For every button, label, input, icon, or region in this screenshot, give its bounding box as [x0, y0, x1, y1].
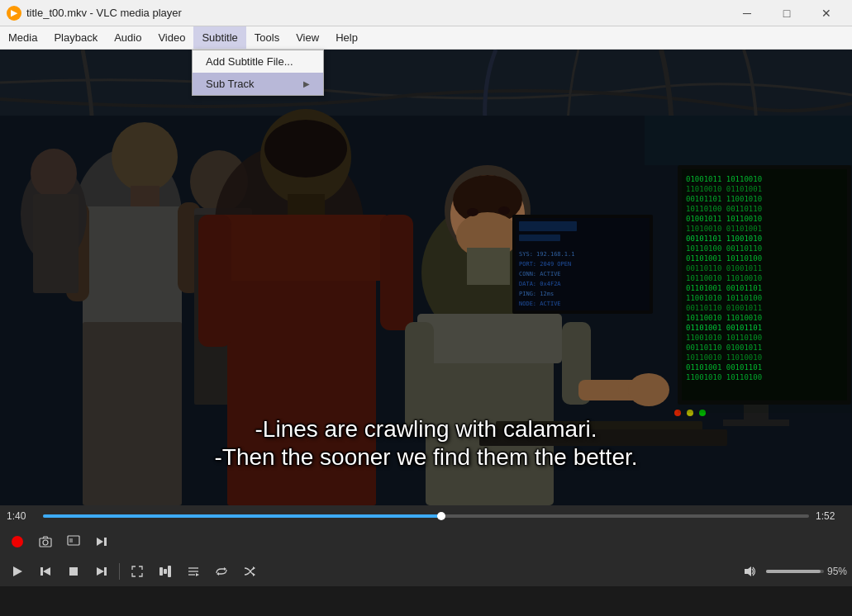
svg-rect-81	[678, 165, 852, 413]
bars-icon	[159, 565, 172, 578]
svg-rect-92	[104, 567, 107, 576]
loop-button[interactable]	[209, 561, 234, 582]
svg-marker-90	[43, 567, 50, 576]
svg-point-29	[467, 208, 478, 216]
frame-advance-icon	[95, 535, 108, 548]
menu-help[interactable]: Help	[327, 26, 366, 49]
svg-point-83	[43, 540, 48, 545]
svg-point-18	[264, 120, 347, 178]
svg-text:PING: 12ms: PING: 12ms	[519, 291, 554, 297]
svg-marker-100	[196, 573, 199, 576]
frame-advance-button[interactable]	[89, 531, 114, 552]
menu-subtitle[interactable]: Subtitle	[193, 26, 245, 49]
svg-point-4	[112, 122, 178, 192]
fullscreen-icon	[131, 565, 144, 578]
random-button[interactable]	[237, 561, 262, 582]
close-button[interactable]: ✕	[807, 0, 845, 26]
prev-chapter-button[interactable]	[33, 561, 58, 582]
svg-rect-21	[211, 215, 388, 281]
svg-point-39	[628, 373, 669, 406]
controls-bottom-row: 95%	[0, 557, 852, 586]
subtitle-line-1: -Lines are crawling with calamari.	[0, 416, 852, 443]
svg-text:SYS: 192.168.1.1: SYS: 192.168.1.1	[519, 251, 574, 258]
titlebar: ▶ title_t00.mkv - VLC media player ─ □ ✕	[0, 0, 852, 26]
controls-top-row	[0, 527, 852, 557]
stop-icon	[67, 565, 80, 578]
progress-track[interactable]	[43, 514, 809, 518]
random-icon	[243, 565, 256, 578]
stop-button[interactable]	[61, 561, 86, 582]
svg-marker-86	[97, 538, 103, 546]
menu-view[interactable]: View	[288, 26, 327, 49]
window-title: title_t00.mkv - VLC media player	[26, 7, 182, 19]
menu-sub-track[interactable]: Sub Track ▶	[193, 73, 323, 95]
volume-label: 95%	[827, 566, 847, 577]
volume-area: 95%	[738, 561, 847, 582]
svg-rect-9	[83, 322, 182, 505]
menu-playback[interactable]: Playback	[45, 26, 106, 49]
svg-point-30	[498, 206, 510, 215]
extended-view-button[interactable]	[153, 561, 178, 582]
titlebar-left: ▶ title_t00.mkv - VLC media player	[7, 6, 182, 21]
progress-fill	[43, 514, 441, 518]
minimize-button[interactable]: ─	[728, 0, 766, 26]
controls-area: 95%	[0, 527, 852, 586]
extended-icon	[67, 535, 80, 548]
svg-rect-6	[83, 206, 182, 339]
svg-rect-85	[69, 538, 73, 543]
maximize-button[interactable]: □	[768, 0, 806, 26]
svg-text:CONN: ACTIVE: CONN: ACTIVE	[519, 271, 561, 277]
playlist-button[interactable]	[181, 561, 206, 582]
svg-marker-104	[253, 566, 255, 570]
menu-media[interactable]: Media	[0, 26, 45, 49]
record-button[interactable]	[5, 531, 30, 552]
svg-marker-103	[253, 573, 255, 576]
svg-marker-105	[745, 566, 751, 576]
svg-marker-93	[97, 567, 104, 576]
svg-point-11	[31, 149, 77, 198]
menu-video[interactable]: Video	[150, 26, 193, 49]
menu-tools[interactable]: Tools	[246, 26, 288, 49]
subtitle-dropdown: Add Subtitle File... Sub Track ▶	[192, 50, 324, 96]
volume-button[interactable]	[738, 561, 763, 582]
svg-rect-68	[519, 235, 560, 241]
volume-track[interactable]	[766, 570, 824, 573]
svg-rect-94	[159, 567, 163, 576]
next-chapter-button[interactable]	[89, 561, 114, 582]
snapshot-button[interactable]	[33, 531, 58, 552]
play-icon	[11, 565, 24, 578]
video-area[interactable]: 01001011 10110010 11010010 01101001 0010…	[0, 50, 852, 505]
menubar: Media Playback Audio Video Subtitle Tool…	[0, 26, 852, 50]
svg-text:DATA: 0x4F2A: DATA: 0x4F2A	[519, 281, 561, 287]
svg-rect-23	[380, 215, 413, 330]
separator-1	[119, 563, 120, 580]
progress-handle[interactable]	[437, 512, 445, 520]
svg-text:PORT: 2049 OPEN: PORT: 2049 OPEN	[519, 261, 571, 268]
submenu-arrow: ▶	[303, 79, 310, 88]
svg-rect-35	[417, 314, 562, 363]
svg-rect-80	[645, 116, 852, 165]
svg-rect-95	[164, 569, 167, 574]
fullscreen-button[interactable]	[125, 561, 150, 582]
end-time: 1:52	[816, 510, 845, 522]
svg-rect-36	[405, 322, 434, 429]
volume-fill	[766, 570, 821, 573]
next-chapter-icon	[95, 565, 108, 578]
titlebar-controls: ─ □ ✕	[728, 0, 845, 26]
play-button[interactable]	[5, 561, 30, 582]
svg-rect-22	[198, 215, 231, 347]
camera-icon	[39, 535, 52, 548]
menu-add-subtitle-file[interactable]: Add Subtitle File...	[193, 50, 323, 73]
svg-marker-88	[13, 566, 22, 576]
progressbar-area: 1:40 1:52	[0, 505, 852, 527]
svg-rect-67	[519, 221, 577, 231]
extended-settings-button[interactable]	[61, 531, 86, 552]
svg-rect-34	[467, 248, 510, 285]
prev-chapter-icon	[39, 565, 52, 578]
svg-text:NODE: ACTIVE: NODE: ACTIVE	[519, 301, 561, 307]
loop-icon	[215, 565, 228, 578]
volume-icon	[744, 565, 757, 578]
svg-rect-89	[40, 567, 43, 576]
menu-audio[interactable]: Audio	[106, 26, 150, 49]
svg-rect-91	[69, 567, 78, 576]
